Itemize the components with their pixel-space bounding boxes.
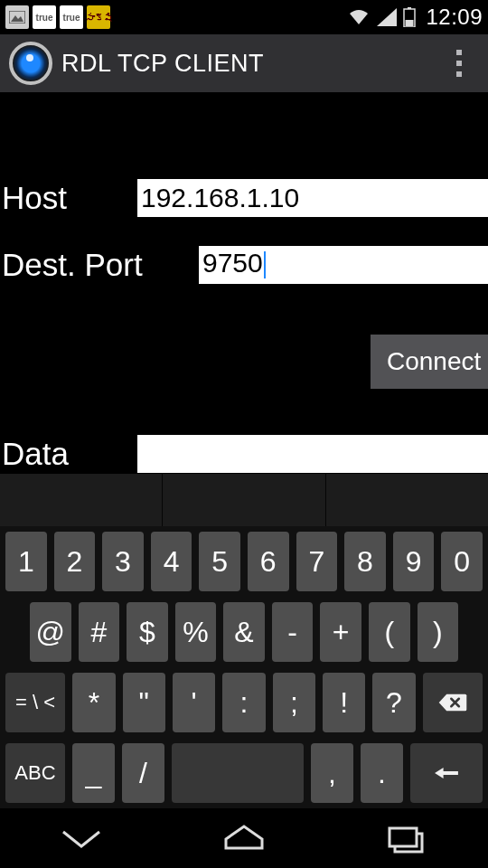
key-abc-mode[interactable]: ABC bbox=[5, 743, 65, 803]
nav-back-button[interactable] bbox=[50, 821, 113, 861]
key-row-4: ABC _ / , . bbox=[5, 743, 483, 803]
key-at[interactable]: @ bbox=[30, 602, 71, 662]
key-star[interactable]: * bbox=[72, 673, 115, 732]
data-row: Data bbox=[0, 434, 488, 474]
data-input[interactable] bbox=[137, 435, 488, 473]
ime-suggestion-3[interactable] bbox=[326, 474, 488, 526]
ime-suggestion-strip bbox=[0, 474, 488, 526]
status-right-icons: 12:09 bbox=[347, 5, 483, 30]
port-label: Dest. Port bbox=[0, 247, 199, 283]
overflow-menu-button[interactable] bbox=[439, 38, 479, 89]
key-percent[interactable]: % bbox=[175, 602, 217, 662]
svg-rect-5 bbox=[406, 20, 414, 26]
app-sakshi-icon: సాక్షి bbox=[87, 5, 110, 29]
ime-suggestion-1[interactable] bbox=[0, 474, 163, 526]
app-logo-icon bbox=[9, 42, 52, 85]
app-true-2-icon: true bbox=[60, 5, 83, 29]
key-8[interactable]: 8 bbox=[344, 532, 386, 591]
svg-marker-1 bbox=[11, 15, 23, 22]
enter-icon bbox=[431, 761, 462, 785]
host-label: Host bbox=[0, 180, 137, 216]
port-row: Dest. Port 9750 bbox=[0, 231, 488, 298]
key-scolon[interactable]: ; bbox=[273, 673, 315, 732]
content-area: Host Dest. Port 9750 Connect Data bbox=[0, 92, 488, 474]
nav-recents-button[interactable] bbox=[375, 821, 438, 861]
key-5[interactable]: 5 bbox=[199, 532, 240, 591]
key-row-2: @ # $ % & - + ( ) bbox=[5, 602, 483, 662]
key-6[interactable]: 6 bbox=[248, 532, 289, 591]
key-rparen[interactable]: ) bbox=[418, 602, 459, 662]
signal-icon bbox=[377, 5, 397, 29]
key-slash[interactable]: / bbox=[122, 743, 164, 803]
key-row-3: = \ < * " ' : ; ! ? bbox=[5, 673, 483, 732]
status-left-icons: true true సాక్షి bbox=[5, 5, 110, 29]
key-enter[interactable] bbox=[410, 743, 483, 803]
gallery-icon bbox=[5, 5, 29, 29]
key-excl[interactable]: ! bbox=[323, 673, 365, 732]
key-quest[interactable]: ? bbox=[372, 673, 415, 732]
key-7[interactable]: 7 bbox=[296, 532, 338, 591]
key-3[interactable]: 3 bbox=[102, 532, 144, 591]
key-4[interactable]: 4 bbox=[151, 532, 192, 591]
host-row: Host bbox=[0, 165, 488, 231]
svg-marker-2 bbox=[377, 8, 397, 26]
ime-suggestion-2[interactable] bbox=[163, 474, 325, 526]
app-true-1-icon: true bbox=[33, 5, 56, 29]
connect-button[interactable]: Connect bbox=[371, 335, 488, 389]
key-space[interactable] bbox=[172, 743, 304, 803]
action-bar: RDL TCP CLIENT bbox=[0, 34, 488, 92]
wifi-icon bbox=[347, 5, 371, 29]
port-input[interactable]: 9750 bbox=[199, 246, 488, 284]
app-title: RDL TCP CLIENT bbox=[61, 50, 264, 78]
key-minus[interactable]: - bbox=[272, 602, 314, 662]
key-plus[interactable]: + bbox=[320, 602, 361, 662]
key-amp[interactable]: & bbox=[223, 602, 265, 662]
svg-rect-7 bbox=[389, 828, 417, 846]
navigation-bar bbox=[0, 808, 488, 868]
status-bar: true true సాక్షి 12:09 bbox=[0, 0, 488, 34]
key-backspace[interactable] bbox=[423, 673, 483, 732]
status-time: 12:09 bbox=[426, 5, 483, 30]
key-9[interactable]: 9 bbox=[393, 532, 435, 591]
soft-keyboard: 1 2 3 4 5 6 7 8 9 0 @ # $ % & - + ( ) = … bbox=[0, 526, 488, 808]
key-colon[interactable]: : bbox=[222, 673, 265, 732]
key-comma[interactable]: , bbox=[311, 743, 353, 803]
key-symbols-shift[interactable]: = \ < bbox=[5, 673, 65, 732]
nav-home-button[interactable] bbox=[212, 821, 276, 861]
key-0[interactable]: 0 bbox=[441, 532, 483, 591]
key-hash[interactable]: # bbox=[79, 602, 120, 662]
svg-rect-4 bbox=[408, 7, 411, 9]
data-label: Data bbox=[0, 436, 137, 472]
key-lparen[interactable]: ( bbox=[369, 602, 410, 662]
key-dollar[interactable]: $ bbox=[127, 602, 168, 662]
key-underscore[interactable]: _ bbox=[72, 743, 115, 803]
key-2[interactable]: 2 bbox=[54, 532, 96, 591]
key-row-1: 1 2 3 4 5 6 7 8 9 0 bbox=[5, 532, 483, 591]
backspace-icon bbox=[437, 691, 468, 714]
key-1[interactable]: 1 bbox=[5, 532, 47, 591]
key-dquot[interactable]: " bbox=[123, 673, 165, 732]
battery-icon bbox=[403, 5, 416, 29]
host-input[interactable] bbox=[137, 179, 488, 217]
key-squot[interactable]: ' bbox=[173, 673, 215, 732]
key-period[interactable]: . bbox=[361, 743, 403, 803]
